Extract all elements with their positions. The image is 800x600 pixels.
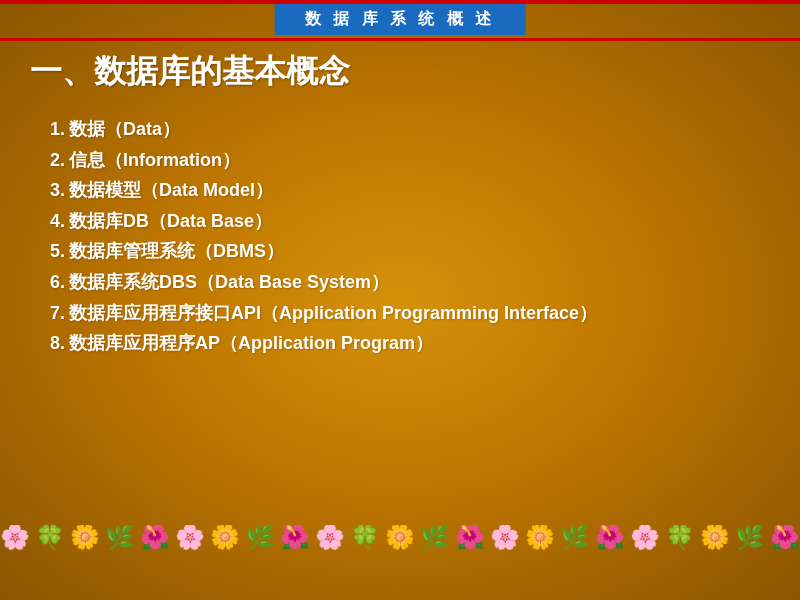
concept-list: 1.数据（Data）2.信息（Information）3.数据模型（Data M… bbox=[30, 114, 770, 359]
title-bar: 数 据 库 系 统 概 述 bbox=[275, 4, 526, 35]
flower-icon-4: 🌼 bbox=[70, 525, 100, 549]
flower-icon-22: 🌼 bbox=[700, 525, 730, 549]
flower-icon-20: 🌸 bbox=[630, 525, 660, 549]
flower-icon-2: 🌸 bbox=[0, 525, 30, 549]
main-content: 一、数据库的基本概念 1.数据（Data）2.信息（Information）3.… bbox=[30, 50, 770, 520]
flower-icon-16: 🌸 bbox=[490, 525, 520, 549]
item-num-2: 2. bbox=[50, 150, 65, 170]
flower-icon-15: 🌺 bbox=[455, 525, 485, 549]
flower-row: 🌿🌺🌸🍀🌼🌿🌺🌸🌼🌿🌺🌸🍀🌼🌿🌺🌸🌼🌿🌺🌸🍀🌼🌿🌺🌸🌼 bbox=[0, 525, 800, 554]
flower-icon-11: 🌸 bbox=[315, 525, 345, 549]
item-num-5: 5. bbox=[50, 241, 65, 261]
flower-icon-21: 🍀 bbox=[665, 525, 695, 549]
list-item-7: 7.数据库应用程序接口API（Application Programming I… bbox=[50, 298, 770, 329]
flower-icon-24: 🌺 bbox=[770, 525, 800, 549]
title-text: 数 据 库 系 统 概 述 bbox=[305, 10, 496, 27]
item-num-6: 6. bbox=[50, 272, 65, 292]
flower-icon-3: 🍀 bbox=[35, 525, 65, 549]
item-num-1: 1. bbox=[50, 119, 65, 139]
flower-icon-10: 🌺 bbox=[280, 525, 310, 549]
list-item-8: 8.数据库应用程序AP（Application Program） bbox=[50, 328, 770, 359]
flower-icon-12: 🍀 bbox=[350, 525, 380, 549]
item-num-3: 3. bbox=[50, 180, 65, 200]
list-item-2: 2.信息（Information） bbox=[50, 145, 770, 176]
flower-icon-19: 🌺 bbox=[595, 525, 625, 549]
item-num-7: 7. bbox=[50, 303, 65, 323]
flower-icon-6: 🌺 bbox=[140, 525, 170, 549]
flower-icon-9: 🌿 bbox=[245, 525, 275, 549]
list-item-3: 3.数据模型（Data Model） bbox=[50, 175, 770, 206]
list-item-4: 4.数据库DB（Data Base） bbox=[50, 206, 770, 237]
flower-icon-18: 🌿 bbox=[560, 525, 590, 549]
flower-icon-23: 🌿 bbox=[735, 525, 765, 549]
item-num-8: 8. bbox=[50, 333, 65, 353]
item-num-4: 4. bbox=[50, 211, 65, 231]
bottom-decoration: 🌿🌺🌸🍀🌼🌿🌺🌸🌼🌿🌺🌸🍀🌼🌿🌺🌸🌼🌿🌺🌸🍀🌼🌿🌺🌸🌼 bbox=[0, 525, 800, 600]
list-item-1: 1.数据（Data） bbox=[50, 114, 770, 145]
main-heading: 一、数据库的基本概念 bbox=[30, 50, 770, 94]
list-item-6: 6.数据库系统DBS（Data Base System） bbox=[50, 267, 770, 298]
flower-icon-5: 🌿 bbox=[105, 525, 135, 549]
flower-icon-8: 🌼 bbox=[210, 525, 240, 549]
flower-icon-7: 🌸 bbox=[175, 525, 205, 549]
red-line-2 bbox=[0, 38, 800, 41]
list-item-5: 5.数据库管理系统（DBMS） bbox=[50, 236, 770, 267]
flower-icon-13: 🌼 bbox=[385, 525, 415, 549]
flower-icon-14: 🌿 bbox=[420, 525, 450, 549]
flower-icon-17: 🌼 bbox=[525, 525, 555, 549]
